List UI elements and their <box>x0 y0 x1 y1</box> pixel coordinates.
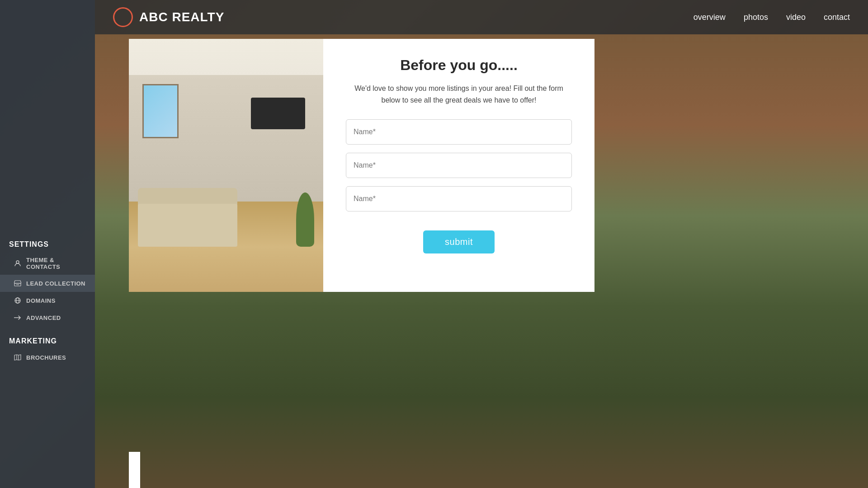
settings-section-title: SETTINGS <box>0 235 95 252</box>
name-field-1[interactable] <box>346 119 572 145</box>
room-tv <box>251 98 305 129</box>
settings-sidebar: SETTINGS THEME & CONTACTS LEAD COLLECTIO… <box>0 0 95 488</box>
marketing-section-title: MARKETING <box>0 332 95 349</box>
arrow-icon <box>14 314 22 322</box>
logo-circle <box>113 7 133 27</box>
sidebar-item-brochures[interactable]: BROCHURES <box>0 349 95 366</box>
sidebar-item-advanced[interactable]: ADVANCED <box>0 309 95 326</box>
globe-icon <box>14 296 22 305</box>
person-icon <box>14 259 22 267</box>
bottom-strip <box>129 452 140 488</box>
form-description: We'd love to show you more listings in y… <box>346 83 572 106</box>
submit-button[interactable]: submit <box>423 230 495 253</box>
svg-point-0 <box>16 261 19 263</box>
nav-link-contact[interactable]: contact <box>824 13 850 22</box>
sidebar-label-domains: DOMAINS <box>26 297 56 304</box>
sidebar-label-advanced: ADVANCED <box>26 314 61 321</box>
logo-area: ABC REALTY <box>113 7 693 27</box>
navbar: ABC REALTY overview photos video contact <box>95 0 868 34</box>
sidebar-label-theme-contacts: THEME & CONTACTS <box>26 257 86 270</box>
sidebar-item-theme-contacts[interactable]: THEME & CONTACTS <box>0 252 95 275</box>
property-image <box>129 39 323 292</box>
room-plant <box>296 192 314 247</box>
brand-name: ABC REALTY <box>139 10 224 24</box>
sidebar-label-brochures: BROCHURES <box>26 354 66 361</box>
room-window <box>142 84 179 138</box>
inbox-icon <box>14 279 22 287</box>
sidebar-item-domains[interactable]: DOMAINS <box>0 292 95 309</box>
map-icon <box>14 353 22 361</box>
lead-form-panel: Before you go..... We'd love to show you… <box>323 39 594 292</box>
name-field-3[interactable] <box>346 186 572 211</box>
sidebar-item-lead-collection[interactable]: LEAD COLLECTION <box>0 275 95 292</box>
nav-link-overview[interactable]: overview <box>693 13 726 22</box>
modal-card: Before you go..... We'd love to show you… <box>129 34 868 488</box>
nav-link-video[interactable]: video <box>786 13 806 22</box>
nav-links: overview photos video contact <box>693 13 850 22</box>
sidebar-label-lead-collection: LEAD COLLECTION <box>26 280 85 287</box>
form-title: Before you go..... <box>346 57 572 74</box>
nav-link-photos[interactable]: photos <box>744 13 768 22</box>
room-sofa <box>138 202 237 247</box>
name-field-2[interactable] <box>346 153 572 178</box>
marketing-section: MARKETING BROCHURES <box>0 332 95 366</box>
main-content: ABC REALTY overview photos video contact… <box>95 0 868 488</box>
